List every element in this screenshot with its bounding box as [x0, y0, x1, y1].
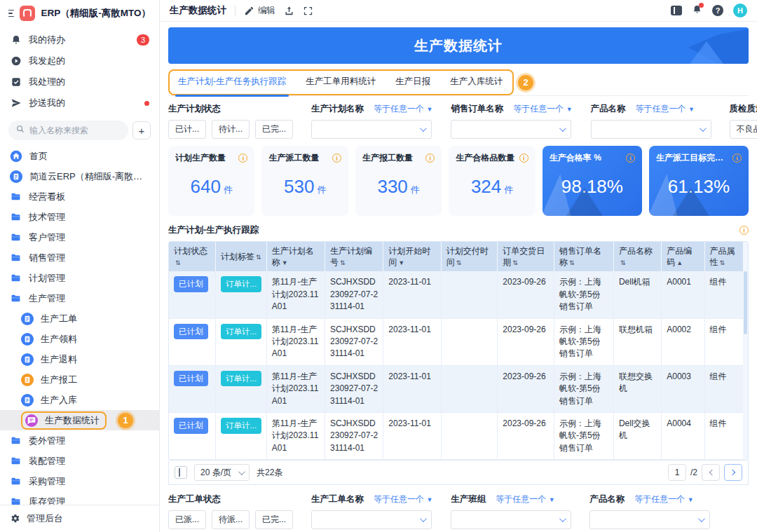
info-icon[interactable]: i [732, 154, 742, 163]
page-size-select[interactable]: 20 条/页 [194, 464, 250, 481]
search-input[interactable] [29, 125, 121, 135]
status-option-button[interactable]: 已完... [255, 510, 293, 529]
table-scrollbar[interactable] [743, 242, 748, 460]
share-upload-icon[interactable] [284, 6, 294, 16]
table-row[interactable]: 已计划 订单计... 第11月-生产计划2023.11A01SCJHXSDD23… [169, 365, 748, 412]
tab-production-daily[interactable]: 生产日报 [395, 76, 430, 88]
sidebar-item-work-report[interactable]: 生产报工 [0, 369, 159, 390]
sidebar-item-assembly-mgmt[interactable]: 装配管理 [0, 451, 159, 471]
quality-option-button[interactable]: 不良品 [730, 120, 757, 139]
next-page-button[interactable] [724, 464, 742, 481]
table-row[interactable]: 已计划 订单计... 第11月-生产计划2023.11A01SCJHXSDD23… [169, 412, 748, 459]
sidebar-item-tech-mgmt[interactable]: 技术管理 [0, 207, 159, 227]
filter-operator-dropdown[interactable]: 等于任意一个 ▼ [374, 493, 432, 505]
sidebar-item-my-initiated[interactable]: 我发起的 [0, 50, 159, 71]
kpi-planned-qty: 计划生产数量i 640件 [168, 146, 254, 216]
folder-icon [10, 273, 22, 283]
notifications-button[interactable] [692, 4, 702, 18]
app-logo [20, 6, 35, 21]
sidebar-item-production-inbound[interactable]: 生产入库 [0, 390, 159, 410]
sidebar-item-material-return[interactable]: 生产退料 [0, 349, 159, 369]
avatar[interactable]: H [733, 4, 747, 18]
search-box[interactable] [8, 121, 128, 140]
col-plan-due[interactable]: 计划交付时间⇅ [441, 242, 498, 271]
sidebar-item-plan-mgmt[interactable]: 计划管理 [0, 268, 159, 288]
status-option-button[interactable]: 已派... [168, 510, 206, 529]
filter-operator-dropdown[interactable]: 等于任意一个 ▼ [374, 103, 432, 115]
sidebar-item-production-data-stats[interactable]: 生产数据统计 1 [0, 410, 159, 430]
status-option-button[interactable]: 已计... [168, 120, 206, 139]
info-icon[interactable]: i [238, 154, 247, 163]
sidebar-item-my-todo[interactable]: 我的待办 3 [0, 29, 159, 50]
filter-operator-dropdown[interactable]: 等于任意一个 ▼ [634, 493, 693, 505]
tab-plan-task-tracking[interactable]: 生产计划-生产任务执行跟踪 [178, 76, 286, 88]
workorder-name-select[interactable] [311, 510, 432, 529]
sidebar-item-my-handled[interactable]: 我处理的 [0, 71, 159, 93]
sidebar-item-workspace[interactable]: 简道云ERP（精细版-离散MTO）「... [0, 166, 159, 186]
chevron-down-icon [238, 468, 245, 475]
help-button[interactable]: ? [712, 5, 723, 16]
chevron-down-icon [420, 515, 427, 522]
filter-label: 销售订单名称 [451, 103, 503, 115]
status-option-button[interactable]: 待派... [212, 510, 250, 529]
sidebar-item-production-mgmt[interactable]: 生产管理 [0, 288, 159, 308]
col-order-delivery[interactable]: 订单交货日期⇅ [498, 242, 554, 271]
info-icon[interactable]: i [519, 154, 528, 163]
info-icon[interactable]: i [332, 154, 341, 163]
sidebar-item-home[interactable]: 首页 [0, 146, 159, 166]
sales-order-select[interactable] [451, 120, 571, 139]
info-icon[interactable]: i [425, 154, 435, 163]
fullscreen-icon[interactable] [303, 6, 313, 16]
status-badge: 已计划 [174, 276, 208, 292]
col-plan-code[interactable]: 生产计划编号⇅ [325, 242, 383, 271]
prev-page-button[interactable] [702, 464, 720, 481]
sidebar-item-production-workorder[interactable]: 生产工单 [0, 308, 159, 329]
document-icon [10, 170, 22, 183]
col-product-attr[interactable]: 产品属性⇅ [704, 242, 747, 271]
sidebar-item-cc-me[interactable]: 抄送我的 [0, 93, 159, 114]
status-option-button[interactable]: 已完... [255, 120, 293, 139]
product-select-2[interactable] [589, 510, 710, 529]
filter-operator-dropdown[interactable]: 等于任意一个 ▼ [513, 103, 572, 115]
col-plan-start[interactable]: 计划开始时间▼ [383, 242, 441, 271]
table-row[interactable]: 已计划 订单计... 第11月-生产计划2023.11A01SCJHXSDD23… [169, 271, 748, 318]
sidebar-item-procurement-mgmt[interactable]: 采购管理 [0, 471, 159, 491]
collapse-sidebar-icon[interactable] [8, 10, 14, 18]
col-product-name[interactable]: 产品名称⇅ [613, 242, 661, 271]
workorder-status-filter: 生产工单状态 已派... 待派... 已完... [168, 493, 293, 529]
folder-icon [10, 435, 22, 446]
status-badge: 已计划 [174, 324, 208, 340]
sidebar-item-customer-mgmt[interactable]: 客户管理 [0, 227, 159, 247]
sidebar-item-sales-mgmt[interactable]: 销售管理 [0, 247, 159, 268]
tab-workorder-material-stats[interactable]: 生产工单用料统计 [306, 76, 376, 88]
product-name-select[interactable] [591, 120, 711, 139]
add-button[interactable]: + [132, 121, 151, 139]
admin-console-entry[interactable]: 管理后台 [0, 505, 159, 532]
page-title: 生产数据统计 [170, 4, 226, 17]
team-select[interactable] [451, 510, 571, 529]
filter-operator-dropdown[interactable]: 等于任意一个 ▼ [636, 103, 695, 115]
sidebar-item-label: 计划管理 [29, 272, 65, 285]
col-product-code[interactable]: 产品编码▲ [662, 242, 704, 271]
status-option-button[interactable]: 待计... [212, 120, 250, 139]
page-number-input[interactable]: 1 [668, 464, 686, 481]
column-settings-icon[interactable] [175, 466, 187, 479]
info-icon[interactable]: i [626, 154, 635, 163]
filter-operator-dropdown[interactable]: 等于任意一个 ▼ [496, 493, 554, 505]
info-icon[interactable]: i [739, 226, 749, 235]
sidebar-item-inventory-mgmt[interactable]: 库存管理 [0, 491, 159, 505]
col-sales-order[interactable]: 销售订单名称⇅ [554, 242, 613, 271]
table-row[interactable]: 已计划 订单计... 第11月-生产计划2023.11A01SCJHXSDD23… [169, 318, 748, 365]
tab-inbound-stats[interactable]: 生产入库统计 [450, 76, 503, 88]
col-plan-tag[interactable]: 计划标签⇅ [216, 242, 267, 271]
col-plan-status[interactable]: 计划状态⇅ [169, 242, 216, 271]
sidebar-item-outsourcing-mgmt[interactable]: 委外管理 [0, 430, 159, 451]
product-filter-2: 产品名称 等于任意一个 ▼ [589, 493, 710, 529]
sidebar-item-material-request[interactable]: 生产领料 [0, 329, 159, 349]
col-plan-name[interactable]: 生产计划名称▼ [266, 242, 325, 271]
sidebar-item-business-board[interactable]: 经营看板 [0, 186, 159, 207]
edit-button[interactable]: 编辑 [244, 5, 275, 17]
handbook-icon[interactable] [671, 6, 682, 15]
plan-name-select[interactable] [311, 120, 432, 139]
bell-icon [10, 34, 22, 46]
